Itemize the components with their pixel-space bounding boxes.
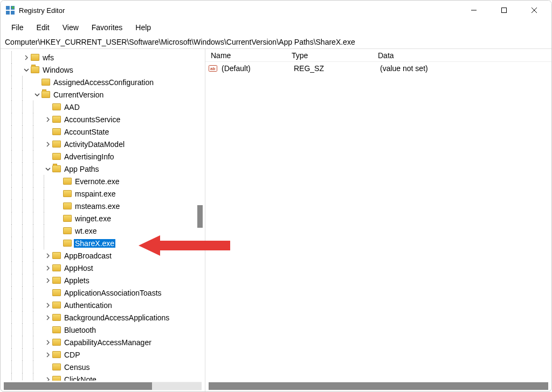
folder-icon — [42, 91, 50, 98]
menu-edit[interactable]: Edit — [31, 22, 55, 33]
tree-node-label[interactable]: wfs — [42, 53, 55, 62]
col-name[interactable]: Name — [209, 51, 289, 60]
tree-node[interactable]: Applets — [1, 274, 205, 286]
folder-icon — [63, 215, 72, 222]
caret-closed-icon[interactable] — [44, 140, 52, 149]
tree-node[interactable]: ApplicationAssociationToasts — [1, 286, 205, 299]
tree-node[interactable]: ShareX.exe — [1, 237, 205, 249]
tree-hscrollbar[interactable] — [4, 382, 202, 390]
tree-node[interactable]: msteams.exe — [1, 200, 205, 212]
folder-icon — [52, 103, 61, 110]
tree-node-label[interactable]: Applets — [63, 276, 91, 285]
tree-node[interactable]: Census — [1, 361, 205, 373]
caret-closed-icon[interactable] — [44, 301, 52, 310]
folder-icon — [52, 339, 61, 346]
tree-node-label[interactable]: Evernote.exe — [74, 177, 121, 186]
tree-node-label[interactable]: AccountState — [63, 128, 110, 136]
caret-open-icon[interactable] — [22, 66, 31, 74]
tree-node[interactable]: wt.exe — [1, 225, 205, 237]
caret-closed-icon[interactable] — [44, 264, 52, 272]
tree-node[interactable]: App Paths — [1, 163, 205, 175]
tree-node-label[interactable]: wt.exe — [74, 227, 98, 235]
folder-icon — [63, 202, 72, 209]
tree-node[interactable]: Bluetooth — [1, 324, 205, 336]
tree-node-label[interactable]: AdvertisingInfo — [63, 152, 115, 161]
menu-file[interactable]: File — [6, 22, 29, 33]
tree-node-label[interactable]: Authentication — [63, 301, 113, 310]
tree-node[interactable]: AccountState — [1, 125, 205, 138]
maximize-button[interactable] — [489, 1, 519, 20]
caret-closed-icon[interactable] — [44, 276, 52, 285]
tree-node-label[interactable]: ShareX.exe — [74, 239, 115, 248]
tree-node[interactable]: Evernote.exe — [1, 175, 205, 187]
menu-help[interactable]: Help — [130, 22, 156, 33]
tree-node[interactable]: AAD — [1, 101, 205, 113]
tree-node[interactable]: ClickNote — [1, 373, 205, 381]
caret-open-icon[interactable] — [33, 90, 42, 99]
app-icon — [6, 6, 15, 15]
tree-node-label[interactable]: AppHost — [63, 264, 94, 272]
tree-node-label[interactable]: AccountsService — [63, 115, 121, 124]
tree-node-label[interactable]: AssignedAccessConfiguration — [52, 78, 155, 87]
folder-icon — [52, 277, 61, 284]
tree-node[interactable]: AdvertisingInfo — [1, 150, 205, 163]
tree-node[interactable]: Authentication — [1, 299, 205, 311]
caret-closed-icon[interactable] — [44, 375, 52, 381]
tree-node[interactable]: wfs — [1, 51, 205, 64]
tree-node[interactable]: CapabilityAccessManager — [1, 336, 205, 348]
tree-node[interactable]: ActivityDataModel — [1, 138, 205, 150]
tree-node-label[interactable]: CurrentVersion — [52, 90, 105, 99]
tree-node[interactable]: CDP — [1, 348, 205, 361]
address-bar[interactable]: Computer\HKEY_CURRENT_USER\Software\Micr… — [1, 35, 551, 49]
tree-node-label[interactable]: BackgroundAccessApplications — [63, 313, 170, 322]
tree-node[interactable]: CurrentVersion — [1, 88, 205, 101]
tree-pane: wfsWindowsAssignedAccessConfigurationCur… — [1, 49, 205, 391]
tree-node-label[interactable]: ClickNote — [63, 375, 98, 381]
value-row[interactable]: ab (Default) REG_SZ (value not set) — [209, 62, 551, 75]
tree-node-label[interactable]: AppBroadcast — [63, 251, 113, 260]
col-type[interactable]: Type — [289, 51, 376, 60]
tree-node[interactable]: AppHost — [1, 262, 205, 274]
folder-icon — [52, 302, 61, 309]
title-bar[interactable]: Registry Editor — [1, 1, 551, 20]
tree-view[interactable]: wfsWindowsAssignedAccessConfigurationCur… — [1, 49, 205, 381]
tree-node-label[interactable]: mspaint.exe — [74, 190, 116, 198]
tree-node-label[interactable]: CDP — [63, 351, 81, 359]
minimize-button[interactable] — [459, 1, 489, 20]
folder-icon — [52, 252, 61, 259]
tree-node[interactable]: Windows — [1, 64, 205, 76]
caret-open-icon[interactable] — [44, 165, 52, 173]
tree-node[interactable]: AccountsService — [1, 113, 205, 125]
value-hscrollbar[interactable] — [209, 382, 548, 390]
value-list[interactable]: ab (Default) REG_SZ (value not set) — [205, 62, 551, 381]
tree-node[interactable]: winget.exe — [1, 212, 205, 225]
tree-node[interactable]: AssignedAccessConfiguration — [1, 76, 205, 88]
tree-node[interactable]: BackgroundAccessApplications — [1, 311, 205, 324]
tree-node-label[interactable]: winget.exe — [74, 214, 112, 223]
tree-node-label[interactable]: ActivityDataModel — [63, 140, 126, 149]
caret-closed-icon[interactable] — [22, 53, 31, 62]
caret-closed-icon[interactable] — [44, 338, 52, 347]
tree-node-label[interactable]: AAD — [63, 103, 81, 111]
tree-node-label[interactable]: CapabilityAccessManager — [63, 338, 153, 347]
menu-favorites[interactable]: Favorites — [86, 22, 128, 33]
caret-closed-icon[interactable] — [44, 351, 52, 359]
tree-node-label[interactable]: Bluetooth — [63, 326, 97, 334]
caret-none — [54, 227, 63, 235]
tree-node-label[interactable]: msteams.exe — [74, 202, 121, 211]
caret-none — [44, 152, 52, 161]
col-data[interactable]: Data — [376, 51, 551, 60]
caret-closed-icon[interactable] — [44, 313, 52, 322]
caret-closed-icon[interactable] — [44, 115, 52, 124]
tree-node-label[interactable]: Census — [63, 363, 91, 372]
tree-node-label[interactable]: Windows — [42, 66, 74, 74]
tree-node-label[interactable]: App Paths — [63, 165, 100, 173]
tree-node-label[interactable]: ApplicationAssociationToasts — [63, 289, 163, 297]
tree-node[interactable]: mspaint.exe — [1, 187, 205, 200]
splitter-handle[interactable] — [197, 205, 203, 228]
caret-closed-icon[interactable] — [44, 251, 52, 260]
menu-view[interactable]: View — [57, 22, 84, 33]
column-headers[interactable]: Name Type Data — [205, 49, 551, 62]
close-button[interactable] — [519, 1, 549, 20]
tree-node[interactable]: AppBroadcast — [1, 249, 205, 262]
